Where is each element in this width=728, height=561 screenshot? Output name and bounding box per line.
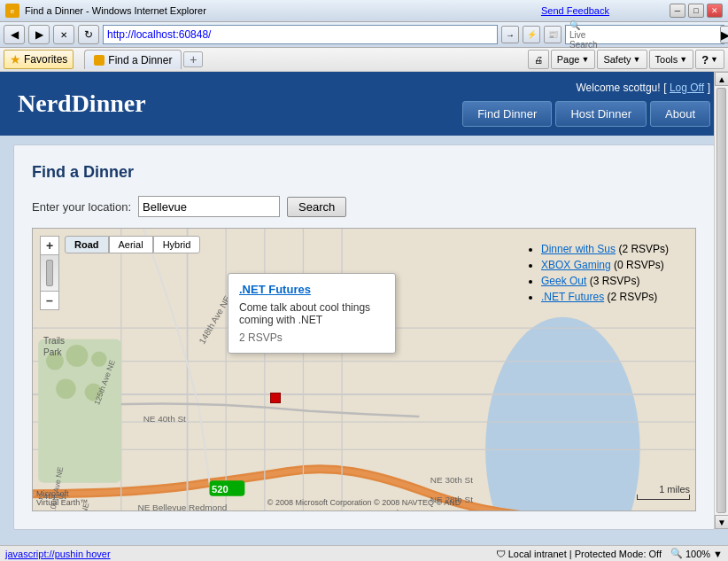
browser-toolbar: ★ Favorites Find a Dinner + 🖨 Page ▼ Saf… [0, 48, 728, 72]
zoom-slider[interactable] [40, 255, 59, 291]
tab-label: Find a Dinner [108, 54, 172, 66]
status-right: 🛡 Local intranet | Protected Mode: Off 🔍… [496, 548, 723, 559]
browser-search-go[interactable]: ▶ [720, 26, 728, 43]
print-button[interactable]: 🖨 [528, 50, 549, 69]
svg-text:520: 520 [212, 484, 228, 495]
back-button[interactable]: ◀ [4, 25, 25, 44]
tab-area: Find a Dinner + [84, 50, 516, 69]
star-icon: ★ [10, 52, 21, 66]
scroll-down-button[interactable]: ▼ [715, 515, 728, 529]
dinner-link-1[interactable]: Dinner with Sus [541, 243, 616, 255]
tools-arrow: ▼ [679, 55, 687, 64]
browser-window: e Find a Dinner - Windows Internet Explo… [0, 0, 728, 561]
zoom-control[interactable]: 🔍 100% ▼ [670, 548, 723, 559]
separator: [ [663, 82, 670, 94]
map-marker[interactable] [270, 393, 281, 403]
page-button[interactable]: Page ▼ [551, 50, 596, 69]
log-off-link[interactable]: Log Off [670, 82, 704, 94]
help-button[interactable]: ?▼ [695, 50, 724, 69]
svg-text:NE Bellevue Redmond: NE Bellevue Redmond [137, 503, 227, 511]
live-search-label: 🔍 Live Search [569, 20, 598, 50]
page-arrow: ▼ [581, 55, 589, 64]
location-label: Enter your location: [32, 200, 131, 214]
dinner-link-4[interactable]: .NET Futures [541, 291, 604, 303]
zone-text: Local intranet | Protected Mode: Off [508, 549, 662, 559]
browser-search-input[interactable] [601, 28, 716, 41]
favorites-label: Favorites [24, 53, 67, 66]
svg-point-18 [91, 351, 106, 366]
scroll-up-button[interactable]: ▲ [715, 72, 728, 86]
window-controls: ─ □ ✕ [670, 4, 723, 18]
minimize-button[interactable]: ─ [670, 4, 685, 18]
close-button[interactable]: ✕ [707, 4, 723, 18]
browser-tab[interactable]: Find a Dinner [84, 50, 182, 69]
scroll-thumb[interactable] [716, 88, 726, 513]
main-content: Find a Dinner Enter your location: Searc… [13, 144, 715, 530]
zoom-icon: 🔍 [670, 548, 683, 559]
trails-park-label: Trails Park [43, 335, 65, 358]
zoom-out-button[interactable]: – [40, 291, 59, 310]
list-item: Dinner with Sus (2 RSVPs) [541, 243, 688, 255]
safety-button[interactable]: Safety ▼ [597, 50, 647, 69]
svg-point-17 [66, 345, 88, 367]
popup-title[interactable]: .NET Futures [239, 283, 384, 296]
find-dinner-nav-button[interactable]: Find Dinner [462, 101, 552, 127]
search-button[interactable]: Search [287, 197, 346, 217]
results-ul: Dinner with Sus (2 RSVPs)XBOX Gaming (0 … [525, 243, 688, 303]
title-bar-left: e Find a Dinner - Windows Internet Explo… [5, 4, 206, 18]
content-area: NerdDinner Welcome scottgu! [ Log Off ] … [0, 72, 728, 545]
location-form: Enter your location: Search [32, 196, 696, 217]
dinner-link-3[interactable]: Geek Out [541, 275, 586, 287]
site-header: NerdDinner Welcome scottgu! [ Log Off ] … [0, 72, 728, 136]
site-nav: Find Dinner Host Dinner About [462, 101, 710, 127]
zoom-text: 100% [685, 549, 710, 559]
map-container: 148th Ave NE 142nd Pl NE 125th Ave NE 15… [32, 228, 696, 511]
separator2: ] [708, 82, 710, 94]
location-input[interactable] [138, 196, 280, 217]
results-list: Dinner with Sus (2 RSVPs)XBOX Gaming (0 … [518, 236, 695, 314]
popup-rsvp: 2 RSVPs [239, 331, 384, 344]
map-type-aerial[interactable]: Aerial [109, 236, 153, 253]
svg-point-19 [56, 379, 75, 399]
list-item: Geek Out (3 RSVPs) [541, 275, 688, 287]
forward-button[interactable]: ▶ [28, 25, 50, 44]
tools-button[interactable]: Tools ▼ [649, 50, 694, 69]
map-type-tabs: Road Aerial Hybrid [65, 236, 200, 253]
dinner-link-2[interactable]: XBOX Gaming [541, 259, 611, 271]
safety-arrow: ▼ [633, 55, 641, 64]
refresh-button[interactable]: ↻ [78, 25, 99, 44]
welcome-text: Welcome scottgu! [576, 82, 660, 94]
new-tab-button[interactable]: + [183, 51, 203, 67]
nav-bar: ◀ ▶ ✕ ↻ http://localhost:60848/ → ⚡ 📰 🔍 … [0, 22, 728, 48]
window-title: Find a Dinner - Windows Internet Explore… [25, 5, 206, 16]
favorites-button[interactable]: ★ Favorites [4, 50, 74, 69]
send-feedback-link[interactable]: Send Feedback [541, 5, 609, 16]
map-type-hybrid[interactable]: Hybrid [153, 236, 201, 253]
host-dinner-nav-button[interactable]: Host Dinner [555, 101, 647, 127]
restore-button[interactable]: □ [688, 4, 704, 18]
stop-button[interactable]: ✕ [53, 25, 74, 44]
about-nav-button[interactable]: About [650, 101, 710, 127]
address-bar: http://localhost:60848/ [103, 25, 498, 44]
list-item: XBOX Gaming (0 RSVPs) [541, 259, 688, 271]
scrollbar-vertical[interactable]: ▲ ▼ [714, 72, 728, 529]
zoom-dropdown-icon: ▼ [713, 549, 723, 559]
welcome-area: Welcome scottgu! [ Log Off ] [576, 81, 710, 94]
svg-text:NE 30th St: NE 30th St [430, 475, 473, 485]
rss-button[interactable]: 📰 [544, 26, 561, 43]
refresh-addr-button[interactable]: ⚡ [523, 26, 540, 43]
map-type-road[interactable]: Road [65, 236, 109, 253]
virtual-earth-label: Microsoft Virtual Earth™ [36, 489, 88, 507]
address-text[interactable]: http://localhost:60848/ [107, 28, 211, 41]
map-popup: .NET Futures Come talk about cool things… [228, 273, 396, 354]
page-heading: Find a Dinner [32, 163, 696, 182]
miles-label: 1 miles [659, 484, 690, 495]
list-item: .NET Futures (2 RSVPs) [541, 291, 688, 303]
status-text[interactable]: javascript://pushin hover [5, 549, 111, 559]
go-button[interactable]: → [501, 26, 519, 43]
map-controls: + – [40, 236, 59, 310]
header-right: Welcome scottgu! [ Log Off ] Find Dinner… [462, 81, 710, 127]
status-bar: javascript://pushin hover 🛡 Local intran… [0, 545, 728, 561]
zoom-in-button[interactable]: + [40, 236, 59, 255]
ie-icon: e [5, 4, 19, 18]
